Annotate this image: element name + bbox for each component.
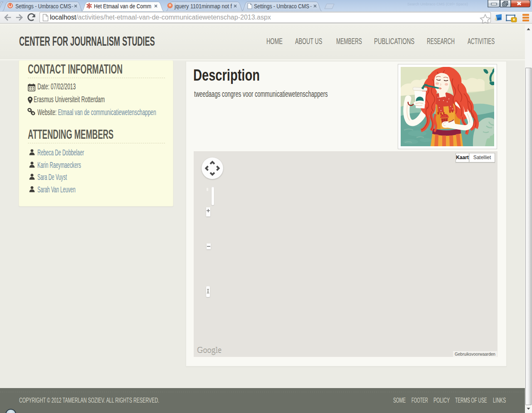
svg-text:localhost/activities/het-etmaa: localhost/activities/het-etmaal-van-de-c… — [50, 14, 271, 21]
svg-text:jquery 1101minmap not f: jquery 1101minmap not f — [174, 3, 232, 10]
svg-text:Search Umbraco CMS (Ctrl+ Spac: Search Umbraco CMS (Ctrl+ Space) — [407, 2, 468, 6]
svg-text:Het Etmaal van de Comm: Het Etmaal van de Comm — [94, 3, 151, 10]
svg-text:Settings - Umbraco CMS: Settings - Umbraco CMS — [254, 3, 309, 10]
svg-text:-: - — [71, 3, 73, 9]
svg-text:-: - — [310, 3, 312, 9]
svg-text:Settings - Umbraco CMS: Settings - Umbraco CMS — [15, 3, 71, 10]
